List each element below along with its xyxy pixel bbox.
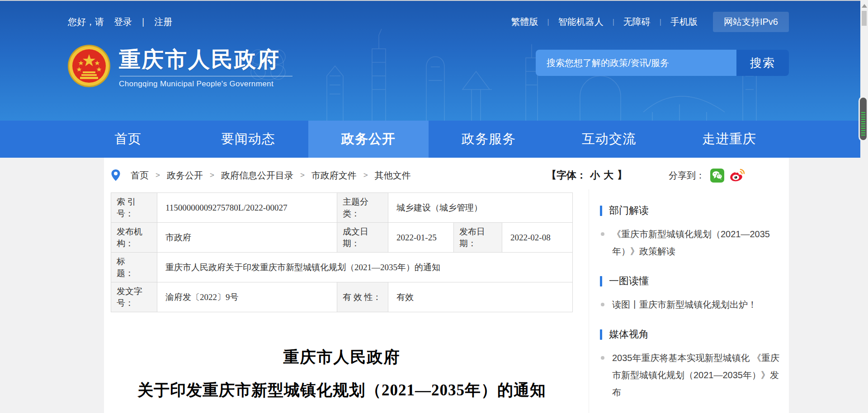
doc-number-label: 发文字号： [111,282,157,312]
share-group: 分享到： [669,169,745,183]
breadcrumb-other-docs[interactable]: 其他文件 [375,169,411,182]
breadcrumb: 首页 > 政务公开 > 政府信息公开目录 > 市政府文件 > 其他文件 [111,169,411,182]
ipv6-badge[interactable]: 网站支持IPv6 [713,12,789,32]
issuing-agency-value: 市政府 [157,223,337,253]
page-reader-scroll-widget[interactable] [860,98,867,140]
table-row: 索 引 号： 11500000009275780L/2022-00027 主题分… [111,193,573,223]
content-area: 首页 > 政务公开 > 政府信息公开目录 > 市政府文件 > 其他文件 【字体：… [104,158,789,413]
title-value: 重庆市人民政府关于印发重庆市新型城镇化规划（2021—2035年）的通知 [157,253,573,282]
greeting-text: 您好，请 [68,16,104,28]
topbar: 您好，请 登录 | 注册 繁體版 | 智能机器人 | 无障碍 | 手机版 网站支… [68,12,789,32]
breadcrumb-info-directory[interactable]: 政府信息公开目录 [221,169,293,182]
breadcrumb-separator: > [300,171,305,180]
font-size-prefix: 【字体： [547,169,586,182]
site-subtitle: Chongqing Municipal People's Government [119,80,292,89]
table-row: 发布机构： 市政府 成文日期： 2022-01-25 发布日期： 2022-02… [111,223,573,253]
breadcrumb-separator: > [363,171,368,180]
section-title: 媒体视角 [609,328,649,341]
nav-item-about-chongqing[interactable]: 走进重庆 [669,121,789,158]
main-navbar: 首页 要闻动态 政务公开 政务服务 互动交流 走进重庆 [0,121,860,158]
national-emblem-logo [67,44,111,88]
title-divider [120,76,292,76]
related-sidebar: 部门解读 《重庆市新型城镇化规划（2021—2035年）》政策解读 一图读懂 读… [589,189,782,413]
breadcrumb-separator: > [156,171,160,180]
breadcrumb-gov-disclosure[interactable]: 政务公开 [167,169,203,182]
breadcrumb-home[interactable]: 首页 [131,169,149,182]
accessibility-link[interactable]: 无障碍 [614,16,660,28]
weibo-share-icon[interactable] [730,169,745,183]
nav-item-news[interactable]: 要闻动态 [188,121,308,158]
site-brand[interactable]: 重庆市人民政府 Chongqing Municipal People's Gov… [67,44,292,89]
document-title-line2: 关于印发重庆市新型城镇化规划（2021—2035年）的通知 [111,380,573,401]
nav-item-gov-disclosure[interactable]: 政务公开 [308,121,429,158]
traditional-chinese-link[interactable]: 繁體版 [502,16,547,28]
nav-item-gov-services[interactable]: 政务服务 [429,121,549,158]
topic-category-value: 城乡建设（城乡管理） [388,193,573,223]
publish-date-label: 发布日期： [454,223,502,253]
font-larger-button[interactable]: 大 [604,169,613,182]
document-info-table: 索 引 号： 11500000009275780L/2022-00027 主题分… [111,192,573,312]
table-row: 标 题： 重庆市人民政府关于印发重庆市新型城镇化规划（2021—2035年）的通… [111,253,573,282]
title-label: 标 题： [111,253,157,282]
publish-date-value: 2022-02-08 [502,223,573,253]
nav-item-home[interactable]: 首页 [68,121,188,158]
search-input[interactable] [536,50,736,76]
index-number-label: 索 引 号： [111,193,157,223]
wechat-share-icon[interactable] [710,169,724,183]
sidebar-section-infographic: 一图读懂 [600,274,782,288]
written-date-value: 2022-01-25 [388,223,454,253]
nav-items: 首页 要闻动态 政务公开 政务服务 互动交流 走进重庆 [68,121,789,158]
scrollbar-thumb[interactable] [862,11,867,26]
issuing-agency-label: 发布机构： [111,223,157,253]
sidebar-section-media-view: 媒体视角 [600,328,782,341]
brand-text: 重庆市人民政府 Chongqing Municipal People's Gov… [119,44,292,89]
index-number-value: 11500000009275780L/2022-00027 [157,193,337,223]
login-link[interactable]: 登录 [112,16,134,28]
scrollbar-up-arrow-icon[interactable] [862,4,867,8]
sidebar-section-dept-interpretation: 部门解读 [600,204,782,217]
search-button[interactable]: 搜索 [736,50,789,76]
section-accent-bar [600,276,602,286]
section-title: 一图读懂 [609,274,649,288]
share-label: 分享到： [669,169,705,182]
written-date-label: 成文日期： [337,223,388,253]
section-accent-bar [600,206,602,216]
topic-category-label: 主题分类： [337,193,388,223]
topbar-login-area: 您好，请 登录 | 注册 [68,16,174,28]
breadcrumb-row: 首页 > 政务公开 > 政府信息公开目录 > 市政府文件 > 其他文件 【字体：… [111,165,745,186]
validity-value: 有效 [388,282,573,312]
doc-number-value: 渝府发〔2022〕9号 [157,282,337,312]
site-title: 重庆市人民政府 [119,48,292,72]
site-header: 您好，请 登录 | 注册 繁體版 | 智能机器人 | 无障碍 | 手机版 网站支… [0,0,860,121]
location-pin-icon [111,169,121,182]
sidebar-link-infographic[interactable]: 读图丨重庆市新型城镇化规划出炉！ [600,296,782,313]
topbar-utility-links: 繁體版 | 智能机器人 | 无障碍 | 手机版 网站支持IPv6 [502,12,789,32]
section-title: 部门解读 [609,204,649,217]
font-size-suffix: 】 [617,169,627,182]
browser-viewport: 您好，请 登录 | 注册 繁體版 | 智能机器人 | 无障碍 | 手机版 网站支… [0,0,868,413]
breadcrumb-tools: 【字体： 小 大 】 分享到： [547,169,745,183]
login-register-separator: | [142,17,144,27]
sidebar-link-media-article[interactable]: 2035年重庆将基本实现新型城镇化 《重庆市新型城镇化规划（2021—2035年… [600,349,782,401]
breadcrumb-municipal-docs[interactable]: 市政府文件 [311,169,357,182]
table-row: 发文字号： 渝府发〔2022〕9号 有 效 性： 有效 [111,282,573,312]
browser-scrollbar[interactable] [860,0,868,413]
font-size-control: 【字体： 小 大 】 [547,169,627,182]
section-accent-bar [600,329,602,340]
document-main-column: 索 引 号： 11500000009275780L/2022-00027 主题分… [111,192,573,413]
nav-item-interaction[interactable]: 互动交流 [549,121,669,158]
register-link[interactable]: 注册 [152,16,174,28]
document-title-line1: 重庆市人民政府 [111,347,573,368]
mobile-version-link[interactable]: 手机版 [661,16,707,28]
breadcrumb-separator: > [210,171,214,180]
smart-robot-link[interactable]: 智能机器人 [549,16,613,28]
site-search: 搜索 [536,50,789,76]
validity-label: 有 效 性： [337,282,388,312]
sidebar-link-policy-interpretation[interactable]: 《重庆市新型城镇化规划（2021—2035年）》政策解读 [600,225,782,260]
font-smaller-button[interactable]: 小 [590,169,600,182]
